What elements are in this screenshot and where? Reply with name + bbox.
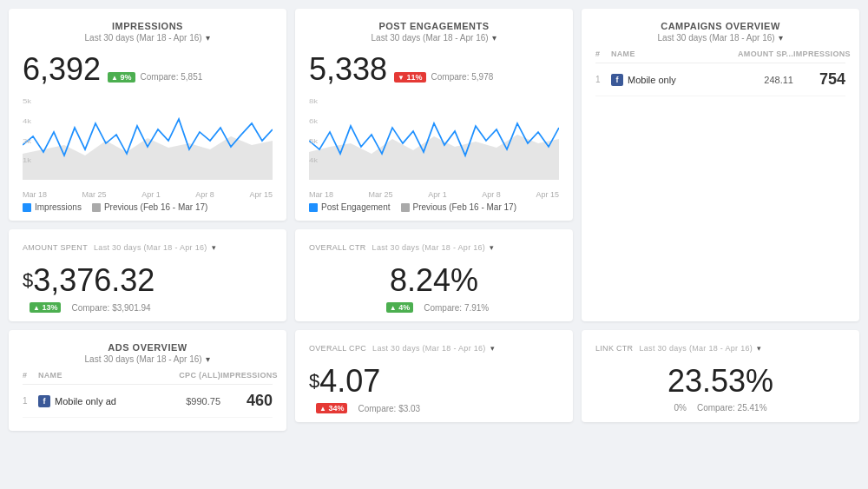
amount-spent-header: AMOUNT SPENT Last 30 days (Mar 18 - Apr …: [23, 241, 273, 252]
overall-ctr-badge: ▲ 4%: [386, 302, 413, 313]
overall-cpc-label: OVERALL CPC Last 30 days (Mar 18 - Apr 1…: [309, 343, 495, 353]
amount-spent-compare: Compare: $3,901.94: [71, 303, 150, 313]
ads-overview-date-chevron[interactable]: ▾: [206, 354, 210, 364]
svg-text:8k: 8k: [309, 97, 319, 105]
post-engagements-x-labels: Mar 18 Mar 25 Apr 1 Apr 8 Apr 15: [309, 190, 559, 199]
overall-ctr-date-chevron[interactable]: ▾: [490, 243, 494, 252]
impressions-badge: ▲ 9%: [108, 72, 135, 83]
overall-ctr-compare: Compare: 7.91%: [424, 303, 489, 313]
impressions-legend: Impressions Previous (Feb 16 - Mar 17): [23, 202, 273, 212]
post-engagements-date-chevron[interactable]: ▾: [492, 33, 496, 43]
svg-marker-5: [309, 135, 559, 180]
amount-spent-badge: ▲ 13%: [30, 302, 61, 313]
link-ctr-compare: Compare: 25.41%: [697, 403, 767, 413]
ads-table-header: # NAME CPC (ALL) IMPRESSIONS: [23, 371, 273, 385]
impressions-title: IMPRESSIONS: [23, 21, 273, 31]
impressions-value: 6,392: [23, 51, 101, 88]
amount-spent-card: AMOUNT SPENT Last 30 days (Mar 18 - Apr …: [9, 229, 286, 321]
svg-text:5k: 5k: [23, 97, 32, 105]
campaigns-table-header: # NAME AMOUNT SP... IMPRESSIONS: [595, 50, 845, 63]
impressions-x-labels: Mar 18 Mar 25 Apr 1 Apr 8 Apr 15: [23, 190, 273, 199]
post-engagements-title: POST ENGAGEMENTS: [309, 21, 559, 31]
ads-overview-date[interactable]: Last 30 days (Mar 18 - Apr 16) ▾: [23, 354, 273, 364]
overall-cpc-header: OVERALL CPC Last 30 days (Mar 18 - Apr 1…: [309, 342, 559, 353]
overall-cpc-value: $4.07: [309, 363, 380, 400]
svg-text:5k: 5k: [309, 137, 319, 145]
overall-ctr-value: 8.24%: [390, 262, 478, 299]
ads-fb-icon: f: [38, 395, 50, 407]
campaigns-overview-date[interactable]: Last 30 days (Mar 18 - Apr 16) ▾: [595, 33, 845, 43]
impressions-chart: 5k 4k 3k 1k: [23, 93, 273, 188]
campaigns-overview-title: CAMPAIGNS OVERVIEW: [595, 21, 845, 31]
campaigns-table-row: 1 f Mobile only 248.11 754: [595, 63, 845, 96]
overall-ctr-card: OVERALL CTR Last 30 days (Mar 18 - Apr 1…: [295, 229, 573, 321]
svg-text:6k: 6k: [309, 117, 319, 125]
amount-spent-label: AMOUNT SPENT Last 30 days (Mar 18 - Apr …: [23, 242, 216, 252]
svg-text:1k: 1k: [23, 156, 32, 164]
svg-text:3k: 3k: [23, 137, 32, 145]
impressions-compare: Compare: 5,851: [141, 72, 203, 82]
campaigns-overview-date-chevron[interactable]: ▾: [779, 33, 783, 43]
post-engagements-card: POST ENGAGEMENTS Last 30 days (Mar 18 - …: [295, 9, 573, 221]
post-engagements-value: 5,338: [309, 51, 387, 88]
post-engagements-badge: ▼ 11%: [394, 72, 425, 83]
overall-ctr-header: OVERALL CTR Last 30 days (Mar 18 - Apr 1…: [309, 241, 559, 252]
link-ctr-card: LINK CTR Last 30 days (Mar 18 - Apr 16) …: [582, 330, 859, 422]
campaigns-fb-icon: f: [611, 74, 623, 86]
campaigns-name-cell: f Mobile only: [611, 74, 733, 86]
ads-overview-card: ADS OVERVIEW Last 30 days (Mar 18 - Apr …: [9, 330, 286, 431]
impressions-card: IMPRESSIONS Last 30 days (Mar 18 - Apr 1…: [9, 9, 286, 221]
svg-text:4k: 4k: [23, 117, 32, 125]
ads-table-row: 1 f Mobile only ad $990.75 460: [23, 385, 273, 418]
amount-spent-date-chevron[interactable]: ▾: [212, 243, 216, 252]
campaigns-overview-card: CAMPAIGNS OVERVIEW Last 30 days (Mar 18 …: [582, 9, 859, 321]
link-ctr-value: 23.53%: [667, 363, 773, 400]
ads-overview-title: ADS OVERVIEW: [23, 342, 273, 353]
svg-text:4k: 4k: [309, 156, 319, 164]
overall-ctr-label: OVERALL CTR Last 30 days (Mar 18 - Apr 1…: [309, 242, 495, 252]
link-ctr-label: LINK CTR Last 30 days (Mar 18 - Apr 16) …: [595, 343, 761, 353]
link-ctr-sub: 0%: [674, 403, 686, 413]
link-ctr-date-chevron[interactable]: ▾: [757, 344, 761, 353]
impressions-date[interactable]: Last 30 days (Mar 18 - Apr 16) ▾: [23, 33, 273, 43]
amount-spent-value: $3,376.32: [23, 262, 155, 299]
post-engagements-legend: Post Engagement Previous (Feb 16 - Mar 1…: [309, 202, 559, 212]
post-engagements-date[interactable]: Last 30 days (Mar 18 - Apr 16) ▾: [309, 33, 559, 43]
overall-cpc-date-chevron[interactable]: ▾: [490, 344, 495, 353]
overall-cpc-compare: Compare: $3.03: [358, 404, 420, 413]
link-ctr-header: LINK CTR Last 30 days (Mar 18 - Apr 16) …: [595, 342, 845, 353]
post-engagements-compare: Compare: 5,978: [431, 72, 494, 82]
impressions-date-chevron[interactable]: ▾: [206, 33, 210, 43]
ads-name-cell: f Mobile only ad: [38, 395, 168, 407]
overall-cpc-badge: ▲ 34%: [316, 403, 347, 413]
post-engagements-chart: 8k 6k 5k 4k: [309, 93, 559, 188]
overall-cpc-card: OVERALL CPC Last 30 days (Mar 18 - Apr 1…: [295, 330, 573, 422]
